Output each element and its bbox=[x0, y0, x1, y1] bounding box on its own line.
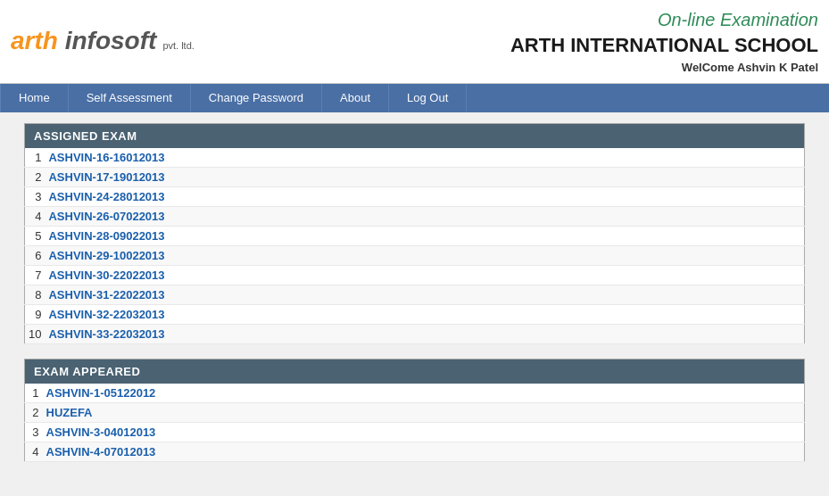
appeared-link-cell: ASHVIN-3-04012013 bbox=[43, 422, 805, 442]
table-row: 7 ASHVIN-30-22022013 bbox=[25, 265, 805, 285]
row-number: 9 bbox=[25, 304, 46, 324]
row-number: 2 bbox=[25, 402, 43, 422]
exam-link[interactable]: ASHVIN-24-28012013 bbox=[48, 190, 164, 203]
row-number: 8 bbox=[25, 285, 46, 304]
table-row: 2 HUZEFA bbox=[25, 402, 805, 422]
nav-about[interactable]: About bbox=[322, 84, 389, 112]
exam-link-cell: ASHVIN-28-09022013 bbox=[45, 226, 804, 245]
nav-change-password[interactable]: Change Password bbox=[191, 84, 322, 112]
exam-link[interactable]: ASHVIN-16-16012013 bbox=[48, 151, 164, 164]
online-exam-title: On-line Examination bbox=[510, 7, 818, 32]
exam-link-cell: ASHVIN-16-16012013 bbox=[45, 148, 804, 168]
main-content: ASSIGNED EXAM 1 ASHVIN-16-16012013 2 ASH… bbox=[0, 112, 829, 496]
table-row: 1 ASHVIN-16-16012013 bbox=[25, 148, 805, 168]
table-row: 4 ASHVIN-4-07012013 bbox=[25, 442, 805, 461]
row-number: 3 bbox=[25, 422, 43, 442]
table-row: 10 ASHVIN-33-22032013 bbox=[25, 324, 805, 343]
assigned-exam-header: ASSIGNED EXAM bbox=[25, 123, 805, 148]
table-row: 5 ASHVIN-28-09022013 bbox=[25, 226, 805, 245]
row-number: 1 bbox=[25, 384, 43, 403]
school-name: ARTH INTERNATIONAL SCHOOL bbox=[510, 32, 818, 60]
nav-logout[interactable]: Log Out bbox=[389, 84, 467, 112]
appeared-exam-link[interactable]: HUZEFA bbox=[46, 406, 93, 419]
exam-link-cell: ASHVIN-26-07022013 bbox=[45, 206, 804, 226]
row-number: 3 bbox=[25, 186, 46, 206]
exam-link[interactable]: ASHVIN-26-07022013 bbox=[48, 210, 164, 223]
appeared-link-cell: ASHVIN-1-05122012 bbox=[43, 384, 805, 403]
exam-link-cell: ASHVIN-24-28012013 bbox=[45, 186, 804, 206]
appeared-exam-link[interactable]: ASHVIN-4-07012013 bbox=[46, 445, 156, 459]
exam-link-cell: ASHVIN-33-22032013 bbox=[45, 324, 804, 343]
exam-link-cell: ASHVIN-17-19012013 bbox=[45, 167, 804, 186]
exam-link[interactable]: ASHVIN-17-19012013 bbox=[48, 170, 164, 184]
appeared-exam-link[interactable]: ASHVIN-1-05122012 bbox=[46, 386, 156, 400]
nav-home[interactable]: Home bbox=[0, 84, 69, 112]
exam-link-cell: ASHVIN-30-22022013 bbox=[45, 265, 804, 285]
exam-appeared-table: EXAM APPEARED 1 ASHVIN-1-05122012 2 HUZE… bbox=[24, 359, 805, 462]
exam-link[interactable]: ASHVIN-33-22032013 bbox=[48, 327, 164, 341]
exam-link-cell: ASHVIN-31-22022013 bbox=[45, 285, 804, 304]
table-row: 3 ASHVIN-24-28012013 bbox=[25, 186, 805, 206]
exam-link[interactable]: ASHVIN-30-22022013 bbox=[48, 269, 164, 282]
row-number: 6 bbox=[25, 245, 46, 265]
table-row: 3 ASHVIN-3-04012013 bbox=[25, 422, 805, 442]
table-row: 1 ASHVIN-1-05122012 bbox=[25, 384, 805, 403]
row-number: 10 bbox=[25, 324, 46, 343]
appeared-link-cell: ASHVIN-4-07012013 bbox=[43, 442, 805, 461]
exam-link[interactable]: ASHVIN-32-22032013 bbox=[48, 308, 164, 321]
appeared-link-cell: HUZEFA bbox=[43, 402, 805, 422]
welcome-message: WelCome Ashvin K Patel bbox=[510, 60, 818, 76]
exam-appeared-header: EXAM APPEARED bbox=[25, 359, 805, 384]
table-row: 6 ASHVIN-29-10022013 bbox=[25, 245, 805, 265]
navbar: Home Self Assessment Change Password Abo… bbox=[0, 84, 829, 112]
row-number: 4 bbox=[25, 442, 43, 461]
logo: arth infosoft pvt. ltd. bbox=[11, 29, 195, 54]
table-row: 4 ASHVIN-26-07022013 bbox=[25, 206, 805, 226]
row-number: 4 bbox=[25, 206, 46, 226]
exam-link[interactable]: ASHVIN-31-22022013 bbox=[48, 288, 164, 302]
exam-link[interactable]: ASHVIN-29-10022013 bbox=[48, 249, 164, 262]
header: arth infosoft pvt. ltd. On-line Examinat… bbox=[0, 0, 829, 84]
school-info: On-line Examination ARTH INTERNATIONAL S… bbox=[510, 7, 818, 76]
nav-self-assessment[interactable]: Self Assessment bbox=[69, 84, 191, 112]
appeared-exam-link[interactable]: ASHVIN-3-04012013 bbox=[46, 426, 156, 439]
exam-link[interactable]: ASHVIN-28-09022013 bbox=[48, 229, 164, 243]
row-number: 5 bbox=[25, 226, 46, 245]
table-row: 8 ASHVIN-31-22022013 bbox=[25, 285, 805, 304]
row-number: 1 bbox=[25, 148, 46, 168]
assigned-exam-table: ASSIGNED EXAM 1 ASHVIN-16-16012013 2 ASH… bbox=[24, 123, 805, 344]
logo-area: arth infosoft pvt. ltd. bbox=[11, 29, 195, 54]
exam-link-cell: ASHVIN-32-22032013 bbox=[45, 304, 804, 324]
table-row: 9 ASHVIN-32-22032013 bbox=[25, 304, 805, 324]
row-number: 7 bbox=[25, 265, 46, 285]
table-row: 2 ASHVIN-17-19012013 bbox=[25, 167, 805, 186]
exam-link-cell: ASHVIN-29-10022013 bbox=[45, 245, 804, 265]
row-number: 2 bbox=[25, 167, 46, 186]
